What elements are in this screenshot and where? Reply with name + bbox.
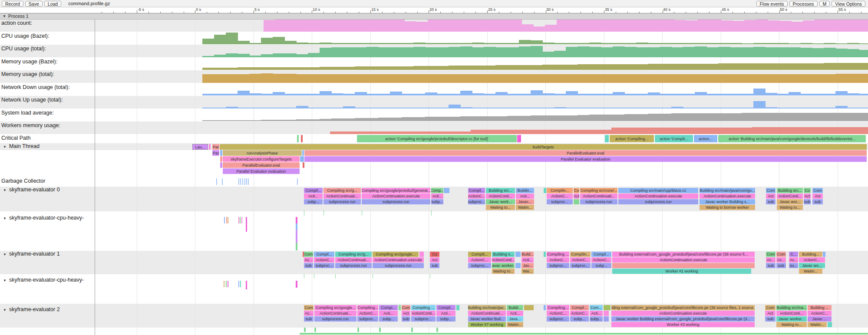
cpu-bazel-chart-bar[interactable] xyxy=(378,43,390,44)
event-bar[interactable]: subproc... xyxy=(547,199,573,204)
event-bar[interactable]: ActionC... xyxy=(547,194,573,199)
event-bar[interactable]: subproc... xyxy=(357,316,378,322)
event-bar[interactable] xyxy=(411,328,413,332)
event-bar[interactable]: Act xyxy=(574,194,579,199)
sys-load-chart-bar[interactable] xyxy=(390,118,402,121)
workers-mem-chart-bar[interactable] xyxy=(740,128,752,134)
cpu-bazel-chart-bar[interactable] xyxy=(812,43,824,44)
net-up-chart-bar[interactable] xyxy=(859,108,868,108)
processes-button[interactable]: Processes xyxy=(789,1,818,7)
cpu-total-chart-bar[interactable] xyxy=(284,53,297,57)
cpu-bazel-chart-bar[interactable] xyxy=(202,39,215,44)
sys-load-chart-bar[interactable] xyxy=(648,114,660,121)
event-bar[interactable]: Compiling src/google... xyxy=(373,252,419,257)
event-bar[interactable]: Parallel Evaluator evaluation xyxy=(304,156,867,162)
cpu-total-chart-bar[interactable] xyxy=(437,47,449,57)
event-bar[interactable]: Par xyxy=(212,144,219,150)
net-up-chart-bar[interactable] xyxy=(706,108,719,108)
net-up-chart-bar[interactable] xyxy=(695,108,707,108)
cpu-bazel-chart-bar[interactable] xyxy=(683,43,695,44)
net-up-chart-bar[interactable] xyxy=(648,108,660,108)
event-tick[interactable] xyxy=(314,274,314,279)
cpu-total-chart-bar[interactable] xyxy=(730,47,742,57)
net-up-chart-bar[interactable] xyxy=(355,108,367,108)
sys-load-chart-bar[interactable] xyxy=(484,116,496,121)
event-bar[interactable]: Compil... xyxy=(304,188,323,193)
cpu-total-chart-bar[interactable] xyxy=(366,47,379,57)
mem-bazel-chart-bar[interactable] xyxy=(390,66,402,70)
mem-total-chart-bar[interactable] xyxy=(249,74,261,83)
sys-load-chart-bar[interactable] xyxy=(706,113,719,121)
cpu-bazel-chart-bar[interactable] xyxy=(308,43,320,44)
action-count-chart-bar[interactable] xyxy=(310,19,323,32)
cpu-bazel-chart-bar[interactable] xyxy=(566,43,578,44)
net-up-chart-bar[interactable] xyxy=(507,108,519,108)
event-bar[interactable]: Compiling src/main/cpp/blaze.cc xyxy=(618,188,698,193)
net-up-chart-bar[interactable] xyxy=(437,108,449,108)
net-down-chart-bar[interactable] xyxy=(296,94,308,95)
cpu-bazel-chart-bar[interactable] xyxy=(495,43,508,44)
net-down-chart-bar[interactable] xyxy=(824,94,836,95)
event-bar[interactable]: Javac worker... xyxy=(492,263,515,268)
event-bar[interactable]: Act xyxy=(804,194,811,199)
event-bar[interactable]: ActionContinuati... xyxy=(335,257,372,263)
cpu-bazel-chart-bar[interactable] xyxy=(589,43,601,44)
net-up-chart-bar[interactable] xyxy=(413,108,426,108)
event-bar[interactable]: Compil... xyxy=(314,252,334,257)
event-bar[interactable]: Co xyxy=(574,188,579,193)
cpu-total-chart-bar[interactable] xyxy=(624,47,637,57)
net-up-chart-bar[interactable] xyxy=(824,108,836,108)
action-count-chart-bar[interactable] xyxy=(826,19,838,32)
mem-total-chart-bar[interactable] xyxy=(706,74,719,83)
event-bar[interactable] xyxy=(209,144,211,150)
event-tick[interactable] xyxy=(248,178,249,185)
cpu-total-chart-bar[interactable] xyxy=(425,47,437,57)
action-count-chart-bar[interactable] xyxy=(299,19,311,32)
event-tick[interactable] xyxy=(238,217,239,223)
event-bar[interactable]: Build... xyxy=(521,252,534,257)
cpu-bazel-chart-bar[interactable] xyxy=(578,43,590,44)
net-up-chart-bar[interactable] xyxy=(214,108,226,108)
action-count-chart-bar[interactable] xyxy=(779,21,792,32)
cpu-bazel-chart-bar[interactable] xyxy=(343,43,355,44)
event-bar[interactable]: Waiting to... xyxy=(486,205,515,210)
action-count-chart-bar[interactable] xyxy=(428,19,440,32)
event-bar[interactable]: ActionC... xyxy=(591,257,611,263)
mem-total-chart-bar[interactable] xyxy=(847,74,859,83)
event-bar[interactable] xyxy=(399,305,401,310)
mem-bazel-chart-bar[interactable] xyxy=(425,66,437,70)
event-bar[interactable]: subprocess.run xyxy=(580,199,617,204)
workers-mem-chart-bar[interactable] xyxy=(389,131,401,134)
event-bar[interactable]: Building external/com_google_protobuf/ja… xyxy=(612,252,755,257)
event-bar[interactable]: Acti... xyxy=(516,194,534,199)
cpu-bazel-chart-bar[interactable] xyxy=(835,43,848,44)
event-bar[interactable]: Worker #7 working xyxy=(468,322,506,327)
cpu-total-chart-bar[interactable] xyxy=(800,48,812,57)
sys-load-chart-bar[interactable] xyxy=(273,120,285,121)
net-up-chart-bar[interactable] xyxy=(390,108,402,108)
event-tick[interactable] xyxy=(296,281,297,288)
event-bar[interactable]: su... xyxy=(789,263,798,268)
mem-bazel-chart-bar[interactable] xyxy=(531,65,543,70)
workers-mem-chart-bar[interactable] xyxy=(459,131,471,134)
mem-total-chart-bar[interactable] xyxy=(460,74,472,83)
mem-bazel-chart-bar[interactable] xyxy=(355,66,367,70)
workers-mem-chart-bar[interactable] xyxy=(635,128,647,134)
event-bar[interactable] xyxy=(314,328,316,332)
net-down-chart-bar[interactable] xyxy=(730,94,742,95)
event-bar[interactable]: Com xyxy=(304,305,314,310)
mem-bazel-chart-bar[interactable] xyxy=(648,64,660,70)
event-bar[interactable] xyxy=(302,150,304,156)
net-down-chart-bar[interactable] xyxy=(273,92,285,95)
event-bar[interactable]: Java... xyxy=(507,316,523,322)
sys-load-chart-bar[interactable] xyxy=(261,120,273,121)
event-bar[interactable]: Parallel Evaluator evaluation xyxy=(223,168,300,174)
event-bar[interactable] xyxy=(828,322,832,327)
action-count-chart-bar[interactable] xyxy=(850,19,862,32)
event-bar[interactable]: Compiling src/google... xyxy=(314,305,356,310)
cpu-total-chart-bar[interactable] xyxy=(777,47,789,57)
net-down-chart-bar[interactable] xyxy=(554,94,566,95)
mem-bazel-chart-bar[interactable] xyxy=(331,67,343,70)
event-bar[interactable]: Compiling ... xyxy=(411,305,436,310)
net-up-chart-bar[interactable] xyxy=(249,108,261,108)
